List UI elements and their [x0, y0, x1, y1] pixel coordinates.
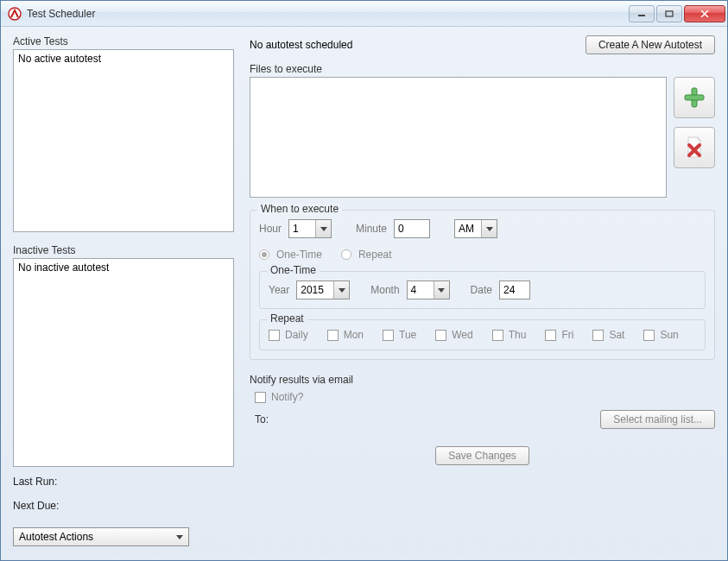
- maximize-button[interactable]: [656, 5, 682, 22]
- select-mailing-button[interactable]: Select mailing list...: [600, 410, 715, 429]
- one-time-radio[interactable]: [259, 249, 269, 260]
- files-label: Files to execute: [250, 63, 715, 75]
- next-due-label: Next Due:: [13, 500, 234, 512]
- save-changes-button[interactable]: Save Changes: [435, 446, 529, 465]
- date-label: Date: [471, 284, 492, 296]
- notify-section: Notify results via email Notify? To: Sel…: [250, 374, 715, 429]
- left-column: Active Tests No active autotest Inactive…: [13, 35, 234, 552]
- minute-value: 0: [398, 223, 404, 235]
- sun-checkbox[interactable]: Sun: [643, 329, 678, 341]
- repeat-radio-label: Repeat: [358, 249, 392, 261]
- mode-row: One-Time Repeat: [259, 249, 706, 261]
- close-button[interactable]: [684, 5, 725, 22]
- daily-checkbox[interactable]: Daily: [269, 329, 308, 341]
- autotest-actions-dropdown[interactable]: Autotest Actions: [13, 527, 189, 546]
- right-column: No autotest scheduled Create A New Autot…: [250, 35, 715, 552]
- mon-checkbox[interactable]: Mon: [327, 329, 364, 341]
- status-text: No autotest scheduled: [250, 39, 352, 51]
- plus-icon: [681, 85, 707, 110]
- remove-file-button[interactable]: [674, 127, 715, 168]
- minimize-button[interactable]: [629, 5, 655, 22]
- repeat-group: Repeat Daily Mon Tue Wed Thu Fri Sat Sun: [259, 319, 706, 350]
- chevron-down-icon: [315, 220, 331, 237]
- date-input[interactable]: 24: [499, 280, 530, 299]
- active-tests-placeholder: No active autotest: [18, 53, 101, 65]
- add-file-button[interactable]: [674, 77, 715, 118]
- app-icon: [8, 7, 22, 21]
- files-row: [250, 77, 715, 198]
- chevron-down-icon: [176, 535, 183, 539]
- chevron-down-icon: [333, 281, 349, 299]
- hour-label: Hour: [259, 223, 282, 235]
- hour-value: 1: [293, 223, 313, 235]
- hour-select[interactable]: 1: [288, 219, 332, 238]
- time-row: Hour 1 Minute 0 AM: [259, 219, 706, 238]
- one-time-group: One-Time Year 2015 Month 4: [259, 271, 706, 309]
- minute-label: Minute: [356, 223, 387, 235]
- window-root: Test Scheduler Active Tests No active au…: [0, 0, 728, 561]
- one-time-radio-label: One-Time: [276, 249, 322, 261]
- date-value: 24: [503, 284, 515, 296]
- year-label: Year: [269, 284, 289, 296]
- month-value: 4: [411, 284, 432, 296]
- one-time-legend: One-Time: [267, 264, 320, 276]
- month-label: Month: [370, 284, 399, 296]
- tue-checkbox[interactable]: Tue: [383, 329, 416, 341]
- titlebar: Test Scheduler: [1, 1, 727, 27]
- inactive-tests-list[interactable]: No inactive autotest: [13, 258, 234, 467]
- fri-checkbox[interactable]: Fri: [545, 329, 573, 341]
- files-listbox[interactable]: [250, 77, 667, 198]
- delete-icon: [681, 135, 707, 161]
- when-groupbox: When to execute Hour 1 Minute 0 AM: [250, 210, 715, 360]
- ampm-select[interactable]: AM: [454, 219, 497, 238]
- year-select[interactable]: 2015: [296, 280, 350, 299]
- svg-rect-2: [666, 11, 673, 16]
- svg-rect-1: [638, 15, 645, 16]
- inactive-tests-label: Inactive Tests: [13, 244, 234, 256]
- client-area: Active Tests No active autotest Inactive…: [1, 27, 727, 560]
- month-select[interactable]: 4: [407, 280, 450, 299]
- chevron-down-icon: [434, 281, 449, 299]
- repeat-radio[interactable]: [341, 249, 351, 260]
- create-autotest-button[interactable]: Create A New Autotest: [586, 35, 715, 54]
- minute-input[interactable]: 0: [394, 219, 430, 238]
- year-value: 2015: [301, 284, 332, 296]
- thu-checkbox[interactable]: Thu: [492, 329, 527, 341]
- file-buttons: [674, 77, 715, 168]
- active-tests-list[interactable]: No active autotest: [13, 49, 234, 232]
- wed-checkbox[interactable]: Wed: [435, 329, 472, 341]
- top-row: No autotest scheduled Create A New Autot…: [250, 35, 715, 54]
- ampm-value: AM: [459, 223, 479, 235]
- when-legend: When to execute: [257, 203, 342, 215]
- notify-checkbox[interactable]: [255, 392, 266, 403]
- save-row: Save Changes: [250, 446, 715, 465]
- autotest-actions-label: Autotest Actions: [19, 531, 93, 543]
- window-title: Test Scheduler: [27, 8, 629, 20]
- chevron-down-icon: [481, 220, 497, 237]
- notify-label: Notify?: [271, 391, 303, 403]
- svg-rect-4: [685, 95, 704, 100]
- repeat-legend: Repeat: [267, 312, 307, 325]
- active-tests-label: Active Tests: [13, 35, 234, 47]
- last-run-label: Last Run:: [13, 476, 234, 488]
- notify-header: Notify results via email: [250, 374, 715, 386]
- sat-checkbox[interactable]: Sat: [592, 329, 624, 341]
- window-controls: [629, 5, 725, 22]
- inactive-tests-placeholder: No inactive autotest: [18, 262, 109, 274]
- to-label: To:: [255, 413, 269, 425]
